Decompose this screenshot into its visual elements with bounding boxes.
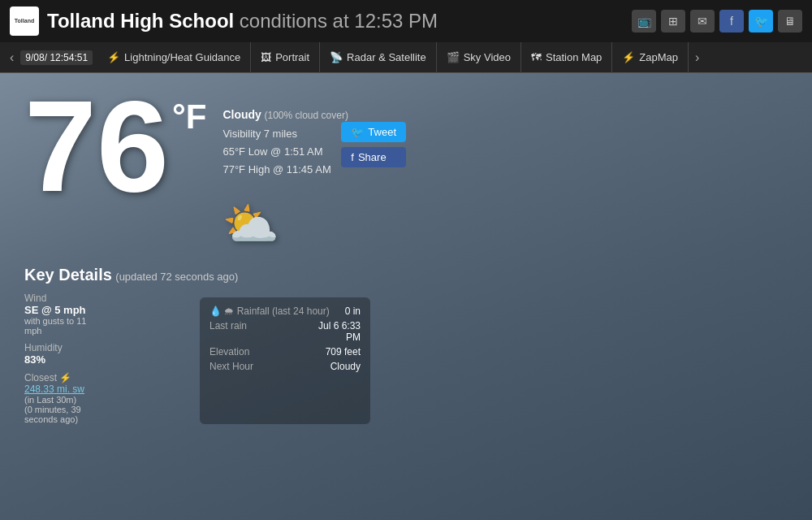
video-icon: 🎬 [447,51,460,63]
temperature-row: 76 °F Cloudy (100% cloud cover) Visibili… [24,81,406,262]
closest-link: (0 minutes, 39 [24,405,187,414]
low-text: 65°F Low @ 1:51 AM [222,143,348,161]
nav-bar: ‹ 9/08/ 12:54:51 ⚡ Lightning/Heat Guidan… [0,42,812,73]
zap-icon: ⚡ [622,51,635,63]
rainfall-value: 0 in [345,306,361,317]
condition-detail: (100% cloud cover) [265,110,348,121]
next-hour-value: Cloudy [330,361,361,372]
wind-label: Wind [24,292,187,304]
nav-next-arrow[interactable]: › [689,50,706,65]
humidity-label: Humidity [24,342,187,353]
last-rain-value: Jul 6 6:33 [318,320,361,332]
last-rain-label: Last rain [209,320,247,343]
header-subtitle: conditions at 12:53 PM [234,10,438,32]
last-rain-row: Last rain Jul 6 6:33 PM [209,318,361,344]
wind-value: SE @ 5 mph [24,304,187,316]
wind-gusts: with gusts to 11 [24,316,187,326]
updated-time: (updated 72 seconds ago) [115,271,238,283]
header-title: Tolland High School [47,10,234,32]
next-hour-row: Next Hour Cloudy [209,359,361,374]
header-left: Tolland Tolland High School conditions a… [10,6,438,36]
closest-link2: seconds ago) [24,414,187,424]
lightning-icon: ⚡ [107,51,120,63]
social-buttons: 🐦 Tweet f Share [341,122,406,167]
facebook-icon[interactable]: f [719,10,744,32]
elevation-row: Elevation 709 feet [209,344,361,359]
nav-sky-video[interactable]: 🎬 Sky Video [437,42,521,73]
main-content: 76 °F Cloudy (100% cloud cover) Visibili… [0,73,812,520]
nav-station-map[interactable]: 🗺 Station Map [521,42,612,73]
mail-icon[interactable]: ✉ [690,10,715,32]
humidity-value: 83% [24,353,187,366]
cloud-icon: ⛅ [222,185,348,262]
header-bar: Tolland Tolland High School conditions a… [0,0,812,42]
tweet-button[interactable]: 🐦 Tweet [341,122,406,142]
temperature-unit: °F [172,98,206,136]
twitter-btn-icon: 🐦 [351,126,364,138]
share-button[interactable]: f Share [341,147,406,167]
next-hour-label: Next Hour [209,361,253,372]
key-details-title: Key Details [24,266,112,284]
nav-radar[interactable]: 📡 Radar & Satellite [320,42,437,73]
elevation-label: Elevation [209,346,249,358]
key-details-left: Wind SE @ 5 mph with gusts to 11 mph Hum… [24,292,187,424]
header-icons: 📺 ⊞ ✉ f 🐦 🖥 [632,10,802,32]
portrait-icon: 🖼 [261,51,271,63]
rainfall-panel: 💧 🌧 Rainfall (last 24 hour) 0 in Last ra… [200,297,370,424]
weather-panel: 76 °F Cloudy (100% cloud cover) Visibili… [0,73,422,520]
tv-icon[interactable]: 📺 [632,10,656,32]
closest-value[interactable]: 248.33 mi. sw [24,384,187,395]
nav-lightning[interactable]: ⚡ Lightning/Heat Guidance [97,42,251,73]
logo: Tolland [10,6,39,36]
elevation-value: 709 feet [326,346,361,358]
map-icon: 🗺 [531,51,542,63]
nav-zapmap[interactable]: ⚡ ZapMap [612,42,689,73]
visibility-text: Visibility 7 miles [222,125,348,143]
rainfall-label: 💧 🌧 Rainfall (last 24 hour) [209,306,330,317]
grid-icon[interactable]: ⊞ [661,10,685,32]
details-grid: Wind SE @ 5 mph with gusts to 11 mph Hum… [24,292,406,424]
closest-sub: (in Last 30m) [24,395,187,405]
nav-portrait[interactable]: 🖼 Portrait [251,42,320,73]
radar-icon: 📡 [330,51,343,63]
wind-gusts2: mph [24,326,187,336]
rain-drop-icon: 💧 [209,306,222,317]
humidity-row: Humidity 83% [24,342,187,366]
last-rain-value2: PM [346,332,361,343]
screen-icon[interactable]: 🖥 [778,10,802,32]
closest-label: Closest ⚡ [24,372,187,384]
wind-row: Wind SE @ 5 mph with gusts to 11 mph [24,292,187,336]
closest-row: Closest ⚡ 248.33 mi. sw (in Last 30m) (0… [24,372,187,424]
rainfall-header-row: 💧 🌧 Rainfall (last 24 hour) 0 in [209,304,361,318]
condition-text: Cloudy [222,108,261,121]
key-details-header: Key Details (updated 72 seconds ago) [24,266,406,284]
high-text: 77°F High @ 11:45 AM [222,161,348,179]
nav-prev-arrow[interactable]: ‹ [3,50,20,65]
facebook-btn-icon: f [351,151,354,163]
weather-details: Cloudy (100% cloud cover) Visibility 7 m… [222,81,348,262]
nav-time: 9/08/ 12:54:51 [20,50,93,65]
temperature-value: 76 [24,81,169,211]
twitter-icon[interactable]: 🐦 [749,10,773,32]
